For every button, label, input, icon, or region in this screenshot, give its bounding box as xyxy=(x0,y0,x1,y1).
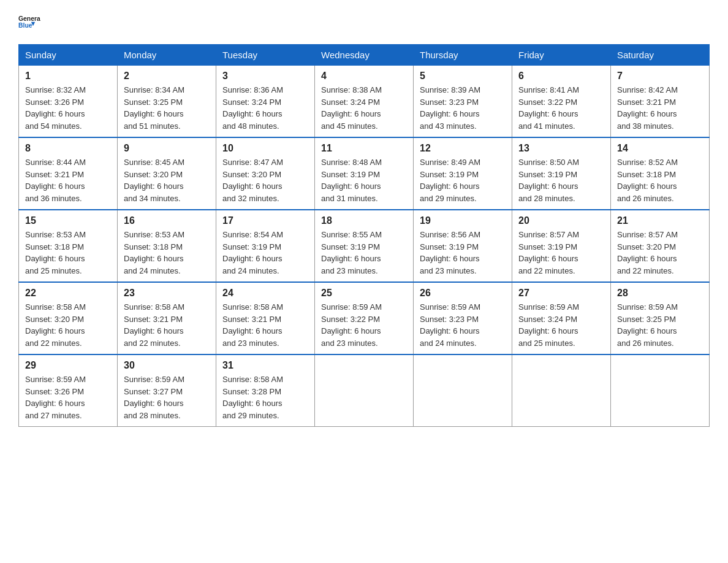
day-number: 28 xyxy=(617,288,703,299)
logo-text: General Blue xyxy=(18,12,40,33)
day-number: 16 xyxy=(124,215,210,226)
calendar-cell xyxy=(315,354,414,427)
day-info: Sunrise: 8:54 AMSunset: 3:19 PMDaylight:… xyxy=(222,229,308,277)
calendar-cell: 20Sunrise: 8:57 AMSunset: 3:19 PMDayligh… xyxy=(512,210,611,282)
calendar-cell: 10Sunrise: 8:47 AMSunset: 3:20 PMDayligh… xyxy=(216,137,315,210)
col-header-saturday: Saturday xyxy=(611,45,710,66)
day-number: 29 xyxy=(25,360,111,371)
calendar-cell: 5Sunrise: 8:39 AMSunset: 3:23 PMDaylight… xyxy=(414,66,512,138)
day-info: Sunrise: 8:57 AMSunset: 3:20 PMDaylight:… xyxy=(617,229,703,277)
day-info: Sunrise: 8:53 AMSunset: 3:18 PMDaylight:… xyxy=(124,229,210,277)
day-number: 8 xyxy=(25,143,111,154)
day-info: Sunrise: 8:36 AMSunset: 3:24 PMDaylight:… xyxy=(222,84,308,132)
calendar-cell: 28Sunrise: 8:59 AMSunset: 3:25 PMDayligh… xyxy=(611,282,710,354)
calendar-cell xyxy=(512,354,611,427)
day-info: Sunrise: 8:59 AMSunset: 3:25 PMDaylight:… xyxy=(617,301,703,349)
day-number: 25 xyxy=(321,288,407,299)
calendar-cell: 6Sunrise: 8:41 AMSunset: 3:22 PMDaylight… xyxy=(512,66,611,138)
calendar-cell: 4Sunrise: 8:38 AMSunset: 3:24 PMDaylight… xyxy=(315,66,414,138)
calendar-cell: 11Sunrise: 8:48 AMSunset: 3:19 PMDayligh… xyxy=(315,137,414,210)
day-number: 21 xyxy=(617,215,703,226)
day-number: 22 xyxy=(25,288,111,299)
calendar-cell: 25Sunrise: 8:59 AMSunset: 3:22 PMDayligh… xyxy=(315,282,414,354)
day-number: 13 xyxy=(518,143,604,154)
calendar-cell: 17Sunrise: 8:54 AMSunset: 3:19 PMDayligh… xyxy=(216,210,315,282)
calendar-cell: 21Sunrise: 8:57 AMSunset: 3:20 PMDayligh… xyxy=(611,210,710,282)
day-number: 9 xyxy=(124,143,210,154)
svg-text:General: General xyxy=(18,15,40,22)
day-info: Sunrise: 8:32 AMSunset: 3:26 PMDaylight:… xyxy=(25,84,111,132)
day-info: Sunrise: 8:59 AMSunset: 3:22 PMDaylight:… xyxy=(321,301,407,349)
col-header-monday: Monday xyxy=(118,45,216,66)
day-number: 6 xyxy=(518,71,604,82)
day-number: 5 xyxy=(420,71,506,82)
day-info: Sunrise: 8:41 AMSunset: 3:22 PMDaylight:… xyxy=(518,84,604,132)
day-info: Sunrise: 8:59 AMSunset: 3:24 PMDaylight:… xyxy=(518,301,604,349)
col-header-friday: Friday xyxy=(512,45,611,66)
calendar-cell: 14Sunrise: 8:52 AMSunset: 3:18 PMDayligh… xyxy=(611,137,710,210)
day-info: Sunrise: 8:58 AMSunset: 3:28 PMDaylight:… xyxy=(222,373,308,421)
day-number: 14 xyxy=(617,143,703,154)
day-number: 26 xyxy=(420,288,506,299)
page-header: General Blue xyxy=(18,12,710,33)
calendar-cell: 3Sunrise: 8:36 AMSunset: 3:24 PMDaylight… xyxy=(216,66,315,138)
day-number: 18 xyxy=(321,215,407,226)
day-number: 19 xyxy=(420,215,506,226)
day-number: 12 xyxy=(420,143,506,154)
day-info: Sunrise: 8:53 AMSunset: 3:18 PMDaylight:… xyxy=(25,229,111,277)
calendar-week-row: 1Sunrise: 8:32 AMSunset: 3:26 PMDaylight… xyxy=(19,66,710,138)
calendar-cell: 27Sunrise: 8:59 AMSunset: 3:24 PMDayligh… xyxy=(512,282,611,354)
day-number: 17 xyxy=(222,215,308,226)
day-info: Sunrise: 8:44 AMSunset: 3:21 PMDaylight:… xyxy=(25,156,111,204)
calendar-cell: 13Sunrise: 8:50 AMSunset: 3:19 PMDayligh… xyxy=(512,137,611,210)
day-number: 3 xyxy=(222,71,308,82)
day-number: 15 xyxy=(25,215,111,226)
calendar-header-row: SundayMondayTuesdayWednesdayThursdayFrid… xyxy=(19,45,710,66)
day-info: Sunrise: 8:58 AMSunset: 3:21 PMDaylight:… xyxy=(124,301,210,349)
calendar-cell: 22Sunrise: 8:58 AMSunset: 3:20 PMDayligh… xyxy=(19,282,118,354)
day-info: Sunrise: 8:52 AMSunset: 3:18 PMDaylight:… xyxy=(617,156,703,204)
calendar-week-row: 15Sunrise: 8:53 AMSunset: 3:18 PMDayligh… xyxy=(19,210,710,282)
day-number: 2 xyxy=(124,71,210,82)
col-header-wednesday: Wednesday xyxy=(315,45,414,66)
day-number: 7 xyxy=(617,71,703,82)
day-info: Sunrise: 8:45 AMSunset: 3:20 PMDaylight:… xyxy=(124,156,210,204)
day-info: Sunrise: 8:42 AMSunset: 3:21 PMDaylight:… xyxy=(617,84,703,132)
day-info: Sunrise: 8:59 AMSunset: 3:27 PMDaylight:… xyxy=(124,373,210,421)
svg-text:Blue: Blue xyxy=(18,22,32,29)
day-info: Sunrise: 8:39 AMSunset: 3:23 PMDaylight:… xyxy=(420,84,506,132)
day-number: 27 xyxy=(518,288,604,299)
calendar-cell: 31Sunrise: 8:58 AMSunset: 3:28 PMDayligh… xyxy=(216,354,315,427)
calendar-cell: 16Sunrise: 8:53 AMSunset: 3:18 PMDayligh… xyxy=(118,210,216,282)
calendar-cell: 30Sunrise: 8:59 AMSunset: 3:27 PMDayligh… xyxy=(118,354,216,427)
day-number: 23 xyxy=(124,288,210,299)
calendar-cell: 24Sunrise: 8:58 AMSunset: 3:21 PMDayligh… xyxy=(216,282,315,354)
day-number: 20 xyxy=(518,215,604,226)
day-info: Sunrise: 8:48 AMSunset: 3:19 PMDaylight:… xyxy=(321,156,407,204)
calendar-cell xyxy=(414,354,512,427)
calendar-cell: 7Sunrise: 8:42 AMSunset: 3:21 PMDaylight… xyxy=(611,66,710,138)
day-number: 10 xyxy=(222,143,308,154)
day-info: Sunrise: 8:58 AMSunset: 3:20 PMDaylight:… xyxy=(25,301,111,349)
calendar-cell: 19Sunrise: 8:56 AMSunset: 3:19 PMDayligh… xyxy=(414,210,512,282)
logo-svg: General Blue xyxy=(18,12,40,31)
day-info: Sunrise: 8:55 AMSunset: 3:19 PMDaylight:… xyxy=(321,229,407,277)
day-info: Sunrise: 8:56 AMSunset: 3:19 PMDaylight:… xyxy=(420,229,506,277)
day-number: 24 xyxy=(222,288,308,299)
day-info: Sunrise: 8:50 AMSunset: 3:19 PMDaylight:… xyxy=(518,156,604,204)
day-info: Sunrise: 8:58 AMSunset: 3:21 PMDaylight:… xyxy=(222,301,308,349)
logo: General Blue xyxy=(18,12,40,33)
col-header-sunday: Sunday xyxy=(19,45,118,66)
day-number: 31 xyxy=(222,360,308,371)
day-info: Sunrise: 8:38 AMSunset: 3:24 PMDaylight:… xyxy=(321,84,407,132)
calendar-cell: 18Sunrise: 8:55 AMSunset: 3:19 PMDayligh… xyxy=(315,210,414,282)
day-info: Sunrise: 8:59 AMSunset: 3:26 PMDaylight:… xyxy=(25,373,111,421)
calendar-cell: 23Sunrise: 8:58 AMSunset: 3:21 PMDayligh… xyxy=(118,282,216,354)
day-number: 4 xyxy=(321,71,407,82)
calendar-cell xyxy=(611,354,710,427)
calendar-cell: 29Sunrise: 8:59 AMSunset: 3:26 PMDayligh… xyxy=(19,354,118,427)
day-info: Sunrise: 8:34 AMSunset: 3:25 PMDaylight:… xyxy=(124,84,210,132)
calendar-cell: 9Sunrise: 8:45 AMSunset: 3:20 PMDaylight… xyxy=(118,137,216,210)
calendar-week-row: 29Sunrise: 8:59 AMSunset: 3:26 PMDayligh… xyxy=(19,354,710,427)
day-number: 30 xyxy=(124,360,210,371)
